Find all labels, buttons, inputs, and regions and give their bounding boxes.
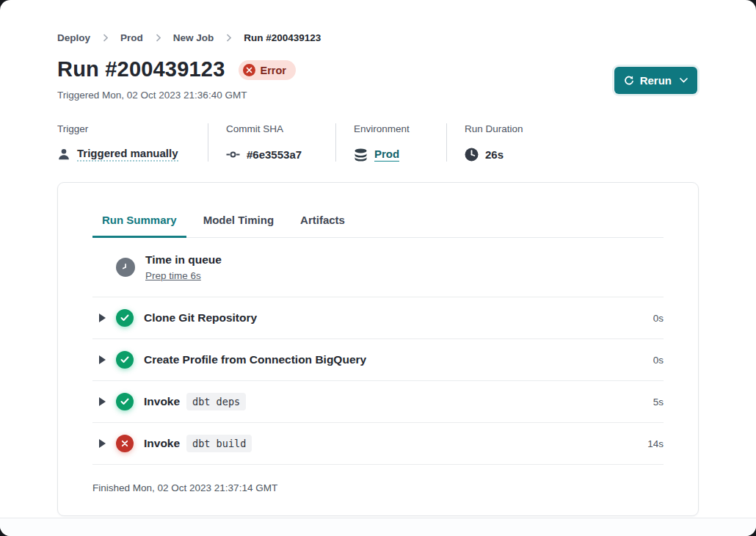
user-icon: [57, 148, 70, 161]
finished-timestamp: Finished Mon, 02 Oct 2023 21:37:14 GMT: [92, 465, 664, 493]
success-check-icon: [116, 351, 134, 369]
chevron-right-icon: [156, 34, 161, 42]
status-badge: Error: [239, 60, 296, 80]
rerun-button-label: Rerun: [640, 74, 672, 87]
run-detail-page: Deploy Prod New Job Run #200439123 Run #…: [0, 0, 756, 536]
database-icon: [354, 148, 368, 162]
triggered-timestamp: Triggered Mon, 02 Oct 2023 21:36:40 GMT: [57, 90, 247, 101]
step-row-time-in-queue: Time in queue Prep time 6s: [92, 238, 664, 297]
git-commit-icon: [226, 148, 240, 162]
chevron-down-icon: [680, 78, 688, 83]
meta-environment: Environment Prod: [354, 123, 429, 162]
step-title: Time in queue: [145, 253, 222, 267]
divider: [335, 123, 336, 162]
breadcrumb-deploy[interactable]: Deploy: [57, 32, 90, 43]
step-row-dbt-build[interactable]: Invoke dbt build 14s: [92, 423, 664, 465]
success-check-icon: [116, 393, 134, 410]
step-duration: 0s: [653, 313, 664, 324]
meta-commit: Commit SHA #6e3553a7: [226, 123, 318, 162]
trigger-value-link[interactable]: Triggered manually: [77, 147, 178, 162]
page-title: Run #200439123: [57, 57, 225, 82]
run-metadata: Trigger Triggered manually Commit SHA #6…: [57, 123, 523, 162]
expand-caret-icon[interactable]: [99, 355, 106, 364]
refresh-icon: [623, 75, 634, 86]
status-badge-label: Error: [261, 65, 286, 76]
tabs: Run Summary Model Timing Artifacts: [92, 214, 664, 238]
expand-caret-icon[interactable]: [99, 439, 106, 448]
title-row: Run #200439123 Error: [57, 57, 699, 82]
breadcrumb-current-run: Run #200439123: [244, 32, 321, 43]
step-title: Clone Git Repository: [144, 311, 257, 325]
run-duration-value: 26s: [485, 148, 504, 161]
tab-artifacts[interactable]: Artifacts: [291, 214, 355, 238]
clock-icon: [465, 148, 479, 162]
bottom-strip: [0, 518, 756, 536]
meta-duration-label: Run Duration: [465, 123, 523, 134]
run-summary-card: Run Summary Model Timing Artifacts Time …: [57, 182, 699, 516]
meta-commit-label: Commit SHA: [226, 123, 318, 134]
step-title: Create Profile from Connection BigQuery: [144, 353, 366, 366]
meta-environment-label: Environment: [354, 123, 429, 134]
step-row-create-profile[interactable]: Create Profile from Connection BigQuery …: [92, 339, 664, 381]
expand-caret-icon[interactable]: [99, 397, 106, 406]
step-title: Invoke dbt build: [144, 435, 252, 452]
expand-caret-icon[interactable]: [99, 314, 106, 322]
step-title: Invoke dbt deps: [144, 393, 246, 410]
error-circle-icon: [243, 64, 255, 76]
divider: [208, 123, 208, 162]
error-x-icon: [116, 435, 134, 452]
prep-time-link[interactable]: Prep time 6s: [145, 270, 201, 281]
step-row-clone-git[interactable]: Clone Git Repository 0s: [92, 297, 664, 339]
step-duration: 0s: [653, 355, 664, 366]
step-duration: 5s: [653, 396, 664, 408]
command-chip: dbt deps: [186, 393, 246, 410]
meta-trigger: Trigger Triggered manually: [57, 123, 190, 162]
chevron-right-icon: [103, 34, 108, 42]
step-row-dbt-deps[interactable]: Invoke dbt deps 5s: [92, 381, 664, 423]
chevron-right-icon: [226, 34, 231, 42]
breadcrumb-new-job[interactable]: New Job: [173, 32, 214, 43]
tab-model-timing[interactable]: Model Timing: [194, 214, 283, 238]
step-duration: 14s: [647, 438, 664, 449]
tab-run-summary[interactable]: Run Summary: [92, 214, 186, 238]
queue-clock-icon: [116, 258, 135, 277]
breadcrumb: Deploy Prod New Job Run #200439123: [57, 32, 321, 43]
breadcrumb-prod[interactable]: Prod: [120, 32, 143, 43]
meta-duration: Run Duration 26s: [465, 123, 523, 162]
environment-value-link[interactable]: Prod: [374, 148, 399, 162]
commit-sha-value: #6e3553a7: [247, 148, 302, 161]
rerun-button[interactable]: Rerun: [614, 67, 697, 94]
divider: [446, 123, 447, 162]
success-check-icon: [116, 309, 134, 327]
command-chip: dbt build: [186, 435, 252, 452]
meta-trigger-label: Trigger: [57, 123, 190, 134]
